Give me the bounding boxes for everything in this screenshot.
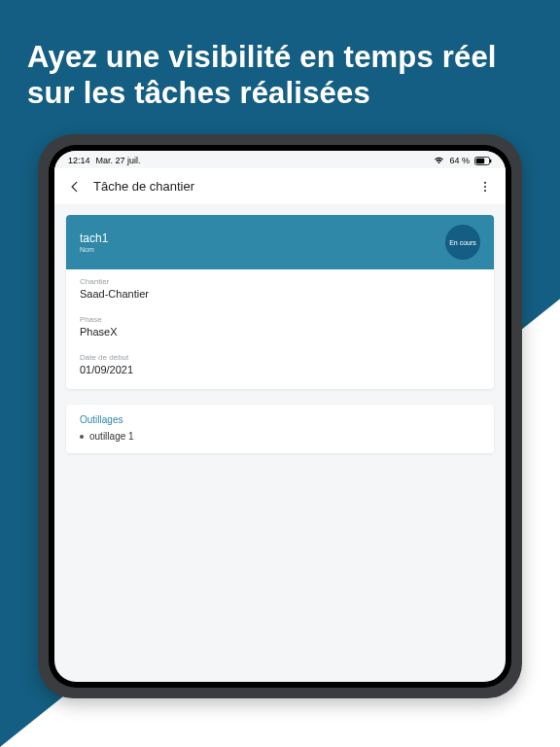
chevron-left-icon xyxy=(68,180,82,194)
field-label: Chantier xyxy=(80,277,480,286)
svg-rect-1 xyxy=(476,159,485,164)
more-menu-button[interactable] xyxy=(476,178,494,196)
field-value: 01/09/2021 xyxy=(80,364,480,375)
outillages-card: Outillages outillage 1 xyxy=(66,405,494,453)
date-text: Mar. 27 juil. xyxy=(96,156,141,165)
svg-rect-2 xyxy=(490,160,491,163)
tablet-frame: 12:14 Mar. 27 juil. 64 % xyxy=(38,134,522,698)
svg-point-3 xyxy=(484,182,486,184)
status-bar: 12:14 Mar. 27 juil. 64 % xyxy=(54,151,506,168)
field-phase: Phase PhaseX xyxy=(66,309,494,347)
wifi-icon xyxy=(434,157,444,164)
status-text: En cours xyxy=(449,239,476,247)
svg-point-5 xyxy=(484,190,486,192)
marketing-slide: Ayez une visibilité en temps réel sur le… xyxy=(0,0,560,747)
outillages-title: Outillages xyxy=(66,405,494,431)
list-item: outillage 1 xyxy=(66,431,494,453)
more-vertical-icon xyxy=(478,180,492,194)
bullet-icon xyxy=(80,435,84,439)
task-card: tach1 Nom En cours Chantier Saad-Chantie… xyxy=(66,215,494,389)
field-value: Saad-Chantier xyxy=(80,288,480,300)
field-label: Phase xyxy=(80,315,480,324)
task-name: tach1 xyxy=(80,231,108,245)
app-screen: 12:14 Mar. 27 juil. 64 % xyxy=(54,151,506,682)
back-button[interactable] xyxy=(66,178,84,196)
status-badge[interactable]: En cours xyxy=(445,225,480,260)
tablet-bezel: 12:14 Mar. 27 juil. 64 % xyxy=(49,145,511,688)
battery-percent: 64 % xyxy=(449,156,470,165)
content-area: tach1 Nom En cours Chantier Saad-Chantie… xyxy=(54,205,506,682)
field-chantier: Chantier Saad-Chantier xyxy=(66,269,494,309)
page-title: Tâche de chantier xyxy=(93,179,194,194)
headline-text: Ayez une visibilité en temps réel sur le… xyxy=(0,0,560,134)
field-label: Date de début xyxy=(80,353,480,362)
task-card-header: tach1 Nom En cours xyxy=(66,215,494,269)
list-item-label: outillage 1 xyxy=(89,431,134,442)
field-value: PhaseX xyxy=(80,326,480,338)
battery-icon xyxy=(474,157,492,165)
field-date-debut: Date de début 01/09/2021 xyxy=(66,347,494,389)
app-bar: Tâche de chantier xyxy=(54,168,506,205)
svg-point-4 xyxy=(484,186,486,188)
clock-text: 12:14 xyxy=(68,156,90,165)
task-name-label: Nom xyxy=(80,246,108,253)
